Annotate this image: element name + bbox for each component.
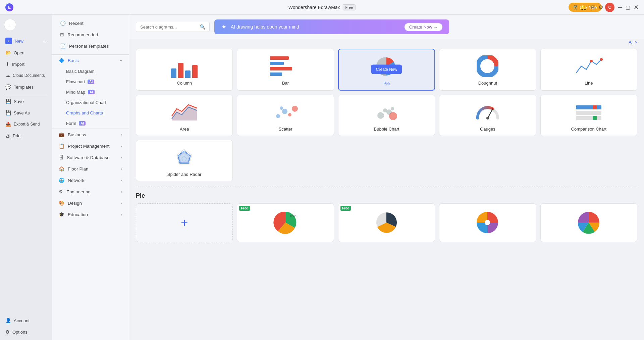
svg-point-15 (486, 117, 489, 119)
chart-card-comparison[interactable]: Comparison Chart (540, 95, 637, 136)
submenu-mindmap[interactable]: Mind Map AI (52, 87, 129, 97)
comparison-label: Comparison Chart (571, 127, 607, 132)
save-as-icon: 💾 (5, 110, 11, 115)
pie-label: Pie (383, 81, 390, 86)
menu-engineering[interactable]: ⚙ Engineering › (52, 186, 129, 197)
left-panel: 🕐 Recent ⊞ Recommended 📄 Personal Templa… (52, 15, 129, 340)
column-label: Column (177, 81, 192, 86)
template-card-2[interactable]: Free (338, 203, 435, 242)
project-icon: 📋 (59, 143, 64, 149)
export-label: Export & Send (14, 122, 40, 127)
chart-card-line[interactable]: Line (540, 49, 637, 91)
bar-label: Bar (282, 81, 289, 86)
sidebar-import[interactable]: ⬇ Import (0, 58, 52, 70)
account-icon: 👤 (5, 318, 11, 323)
template-card-3[interactable] (439, 203, 536, 242)
chart-card-doughnut[interactable]: Doughnut (439, 49, 536, 91)
menu-recommended[interactable]: ⊞ Recommended (52, 29, 129, 40)
svg-text:Chart: Chart (290, 214, 297, 217)
line-preview (574, 54, 604, 78)
chart-card-bar[interactable]: Bar (237, 49, 334, 91)
save-as-label: Save As (14, 110, 30, 115)
create-new-overlay[interactable]: Create New (371, 64, 402, 74)
ai-banner-text: AI drawing helps open your mind (231, 24, 299, 30)
sidebar-save-as[interactable]: 💾 Save As (0, 107, 52, 118)
svg-point-11 (383, 108, 387, 112)
sidebar-save[interactable]: 💾 Save (0, 96, 52, 107)
submenu-form[interactable]: Form AI (52, 118, 129, 129)
apps-icon[interactable]: ⊞ (591, 4, 595, 10)
add-template-icon: + (181, 216, 188, 230)
menu-basic-header[interactable]: 🔷 Basic ▾ (52, 55, 129, 66)
content-body: Column (129, 46, 644, 340)
save-icon: 💾 (5, 99, 11, 104)
doughnut-svg (477, 55, 498, 77)
minimize-icon[interactable]: ─ (618, 4, 622, 10)
chart-card-bubble[interactable]: Bubble Chart (338, 95, 435, 136)
sidebar-options[interactable]: ⚙ Options (0, 326, 52, 340)
settings-icon[interactable]: ⚙ (598, 4, 603, 10)
user-avatar[interactable]: C (605, 3, 614, 12)
free-tag-1: Free (239, 206, 250, 211)
menu-project-management[interactable]: 📋 Project Management › (52, 140, 129, 152)
sidebar-templates[interactable]: 💬 Templates (0, 81, 52, 93)
chart-card-column[interactable]: Column (136, 49, 233, 91)
template-add-card[interactable]: + (136, 203, 233, 242)
svg-point-9 (377, 112, 384, 119)
submenu-orgchart[interactable]: Organizational Chart (52, 97, 129, 108)
submenu-basic-diagram[interactable]: Basic Diagram (52, 66, 129, 77)
templates-title: Pie (136, 192, 637, 199)
menu-software-database[interactable]: 🗄 Software & Database › (52, 152, 129, 163)
sidebar-export[interactable]: 📤 Export & Send (0, 118, 52, 130)
form-ai-badge: AI (79, 121, 86, 126)
menu-floor-plan[interactable]: 🏠 Floor Plan › (52, 163, 129, 175)
template-card-1[interactable]: Free Chart (237, 203, 334, 242)
menu-recent[interactable]: 🕐 Recent (52, 17, 129, 29)
print-icon: 🖨 (5, 133, 10, 138)
bubble-label: Bubble Chart (374, 127, 399, 132)
ai-banner[interactable]: ✦ AI drawing helps open your mind Create… (214, 19, 449, 34)
bar-row-4 (270, 72, 282, 76)
gauges-svg (474, 101, 501, 123)
back-button[interactable]: ← (4, 19, 16, 31)
chart-card-spider[interactable]: Spider and Radar (136, 140, 233, 181)
search-input[interactable] (140, 25, 197, 30)
menu-network[interactable]: 🌐 Network › (52, 175, 129, 186)
sidebar-cloud[interactable]: ☁ Cloud Documents (0, 70, 52, 81)
top-bar: 🔍 ✦ AI drawing helps open your mind Crea… (129, 15, 644, 39)
all-link[interactable]: All > (629, 40, 637, 45)
maximize-icon[interactable]: ▢ (626, 5, 630, 10)
titlebar: E Wondershare EdrawMax Free 🛒 Buy Now C … (0, 0, 644, 15)
chart-card-area[interactable]: Area (136, 95, 233, 136)
column-chart-preview (169, 54, 200, 78)
chart-card-gauges[interactable]: Gauges (439, 95, 536, 136)
col-bar-1 (171, 68, 176, 78)
business-icon: 💼 (59, 132, 64, 137)
new-label: New (15, 39, 23, 44)
project-arrow-icon: › (121, 144, 122, 148)
comparison-preview (574, 100, 604, 124)
menu-education[interactable]: 🎓 Education › (52, 209, 129, 220)
svg-point-7 (292, 106, 298, 112)
menu-personal-templates[interactable]: 📄 Personal Templates (52, 40, 129, 52)
business-arrow-icon: › (121, 133, 122, 137)
menu-design[interactable]: 🎨 Design › (52, 197, 129, 209)
close-icon[interactable]: ✕ (634, 4, 639, 10)
sidebar-account[interactable]: 👤 Account (0, 315, 52, 326)
sidebar-open[interactable]: 📂 Open (0, 47, 52, 58)
sidebar-print[interactable]: 🖨 Print (0, 130, 52, 141)
search-box[interactable]: 🔍 (136, 22, 210, 32)
print-label: Print (13, 133, 22, 138)
ai-banner-cta[interactable]: Create Now → (405, 23, 442, 31)
help-icon[interactable]: ? (574, 4, 577, 10)
notification-icon[interactable]: 🔔 (580, 4, 587, 10)
template-card-4[interactable] (540, 203, 637, 242)
submenu-flowchart[interactable]: Flowchart AI (52, 77, 129, 87)
sidebar-new[interactable]: + New + (0, 35, 52, 47)
area-preview (169, 100, 200, 124)
chart-card-scatter[interactable]: Scatter (237, 95, 334, 136)
bar-row-2 (270, 62, 284, 65)
submenu-graphs-charts[interactable]: Graphs and Charts (52, 108, 129, 118)
chart-card-pie[interactable]: Create New Pie (338, 49, 435, 91)
menu-business[interactable]: 💼 Business › (52, 129, 129, 140)
